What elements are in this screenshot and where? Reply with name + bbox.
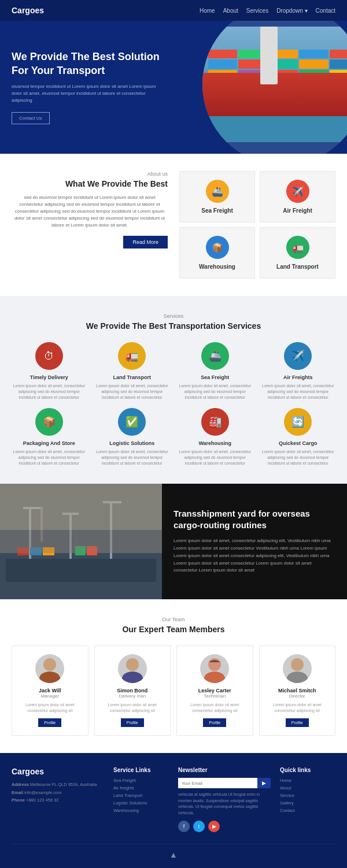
svg-point-19	[126, 658, 139, 671]
scroll-top-button[interactable]: ▲	[12, 844, 335, 865]
contact-us-button[interactable]: Contact Us	[12, 112, 50, 124]
service-land-transport: 🚛 Land Transport Lorem ipsum dolor sit a…	[95, 342, 170, 400]
footer-newsletter-title: Newsletter	[178, 767, 271, 773]
hero-section: We Provide The Best Solution For Your Tr…	[0, 21, 347, 154]
services-section: Services We Provide The Best Transportat…	[0, 296, 347, 484]
nav-services[interactable]: Services	[246, 6, 268, 14]
packaging-title: Packaging And Store	[12, 440, 87, 446]
cargo-image	[0, 484, 162, 599]
team-name-michael: Michael Smitch	[264, 688, 331, 693]
nav-dropdown[interactable]: Dropdown ▾	[276, 6, 307, 14]
team-role-michael: Director	[264, 693, 331, 699]
footer-newsletter-col: Newsletter ▶ vehicula at sagittis vehicu…	[178, 767, 271, 832]
land-transport-icon: 🚛	[118, 342, 146, 370]
svg-rect-15	[0, 484, 162, 530]
hero-text: We Provide The Best Solution For Your Tr…	[12, 50, 162, 124]
service-card-sea-freight: 🚢 Sea Freight	[179, 171, 255, 222]
footer-quick-about[interactable]: About	[280, 785, 335, 791]
team-title: Our Expert Team Members	[12, 625, 335, 634]
nav-brand: Cargoes	[12, 6, 200, 15]
avatar-michael	[283, 654, 312, 683]
footer-service-links-title: Service Links	[113, 767, 169, 773]
profile-button-michael[interactable]: Profile	[286, 718, 309, 727]
avatar-jack	[35, 654, 64, 683]
team-desc-lesley: Lorem ipsum dolor sit amet consectetur a…	[182, 702, 248, 714]
sea-freight-icon: 🚢	[206, 180, 229, 203]
team-name-lesley: Lesley Carter	[182, 688, 248, 693]
profile-button-simon[interactable]: Profile	[121, 718, 144, 727]
youtube-icon[interactable]: ▶	[208, 821, 220, 832]
profile-button-jack[interactable]: Profile	[38, 718, 61, 727]
service-quickest-cargo: 🔄 Quickest Cargo Lorem ipsum dolor sit a…	[261, 408, 336, 466]
sea-freight-icon: 🚢	[201, 342, 229, 370]
team-role-lesley: Technician	[182, 693, 248, 699]
footer-quick-service[interactable]: Service	[280, 793, 335, 798]
nav-contact[interactable]: Contact	[316, 6, 335, 14]
footer-link-logistic[interactable]: Logistic Solutions	[113, 800, 169, 806]
cargo-title: Transshipment yard for overseas cargo-ro…	[174, 508, 335, 531]
logistic-title: Logistic Solutions	[95, 440, 170, 446]
quickest-cargo-icon: 🔄	[284, 408, 312, 436]
footer-quick-links-col: Quick links Home About Service Gallery C…	[280, 767, 335, 832]
services-title: We Provide The Best Transportation Servi…	[12, 321, 335, 331]
footer-link-warehousing[interactable]: Warehousing	[113, 808, 169, 813]
timely-delivery-title: Timely Delivery	[12, 374, 87, 380]
team-card-michael: Michael Smitch Director Lorem ipsum dolo…	[259, 646, 336, 736]
footer-quick-home[interactable]: Home	[280, 778, 335, 783]
service-logistic: ✅ Logistic Solutions Lorem ipsum dolor s…	[95, 408, 170, 466]
packaging-desc: Lorem ipsum dolor sit amet, consectetur …	[12, 449, 87, 466]
service-sea-freight: 🚢 Sea Freight Lorem ipsum dolor sit amet…	[178, 342, 253, 400]
newsletter-input-row: ▶	[178, 778, 271, 788]
cargo-section: Transshipment yard for overseas cargo-ro…	[0, 484, 347, 599]
service-card-air-freight: ✈️ Air Freight	[260, 171, 335, 222]
services-grid: ⏱ Timely Delivery Lorem ipsum dolor sit …	[12, 342, 335, 466]
air-freights-desc: Lorem ipsum dolor sit amet, consectetur …	[261, 383, 336, 400]
nav-about[interactable]: About	[223, 6, 238, 14]
svg-point-18	[39, 672, 60, 683]
facebook-icon[interactable]: f	[178, 821, 190, 832]
footer-brand: Cargoes	[12, 767, 104, 776]
footer-quick-links-title: Quick links	[280, 767, 335, 773]
nav-links: Home About Services Dropdown ▾ Contact	[200, 6, 335, 14]
air-freight-label: Air Freight	[266, 207, 329, 214]
cargo-desc: Lorem ipsum dolor sit amet, consectetur …	[174, 537, 335, 574]
read-more-button[interactable]: Read More	[123, 236, 168, 248]
team-card-simon: Simon Bond Delivery man Lorem ipsum dolo…	[94, 646, 171, 736]
footer-quick-links: Home About Service Gallery Contact	[280, 778, 335, 813]
newsletter-input[interactable]	[178, 778, 257, 788]
land-transport-label: Land Transport	[266, 264, 329, 270]
service-packaging: 📦 Packaging And Store Lorem ipsum dolor …	[12, 408, 87, 466]
hero-image	[202, 21, 347, 154]
social-icons: f t ▶	[178, 821, 271, 832]
sea-freight-label: Sea Freight	[186, 207, 249, 214]
service-card-land-transport: 🚛 Land Transport	[260, 227, 335, 279]
svg-rect-2	[6, 559, 156, 582]
twitter-icon[interactable]: t	[193, 821, 205, 832]
newsletter-submit-button[interactable]: ▶	[257, 778, 271, 788]
service-card-warehousing: 📦 Warehousing	[179, 227, 255, 279]
about-desc: sed do eiusmod tempor incididunt ut Lore…	[12, 194, 168, 229]
footer-link-sea[interactable]: Sea Freight	[113, 778, 169, 783]
about-service-cards: 🚢 Sea Freight ✈️ Air Freight 📦 Warehousi…	[179, 171, 335, 279]
team-role-simon: Delivery man	[99, 693, 166, 699]
warehousing-icon: 🏭	[201, 408, 229, 436]
team-grid: Jack Will Manager Lorem ipsum dolor sit …	[12, 646, 335, 736]
cargo-text: Transshipment yard for overseas cargo-ro…	[162, 484, 347, 599]
packaging-icon: 📦	[35, 408, 63, 436]
footer-service-links-col: Service Links Sea Freight Air freights L…	[113, 767, 169, 832]
about-left: About us What We Provide The Best sed do…	[12, 171, 168, 279]
air-freights-title: Air Freights	[261, 374, 336, 380]
warehousing-desc: Lorem ipsum dolor sit amet, consectetur …	[178, 449, 253, 466]
footer-link-air[interactable]: Air freights	[113, 785, 169, 791]
svg-point-22	[204, 672, 225, 683]
footer-link-land[interactable]: Land Transport	[113, 793, 169, 798]
footer-quick-contact[interactable]: Contact	[280, 808, 335, 813]
newsletter-desc: vehicula at sagittis vehicula Ut feugiat…	[178, 792, 271, 816]
services-label: Services	[12, 313, 335, 319]
team-desc-jack: Lorem ipsum dolor sit amet consectetur a…	[17, 702, 83, 714]
footer-quick-gallery[interactable]: Gallery	[280, 800, 335, 806]
team-name-simon: Simon Bond	[99, 688, 166, 693]
about-title: What We Provide The Best	[12, 179, 168, 188]
profile-button-lesley[interactable]: Profile	[203, 718, 226, 727]
nav-home[interactable]: Home	[200, 6, 215, 14]
